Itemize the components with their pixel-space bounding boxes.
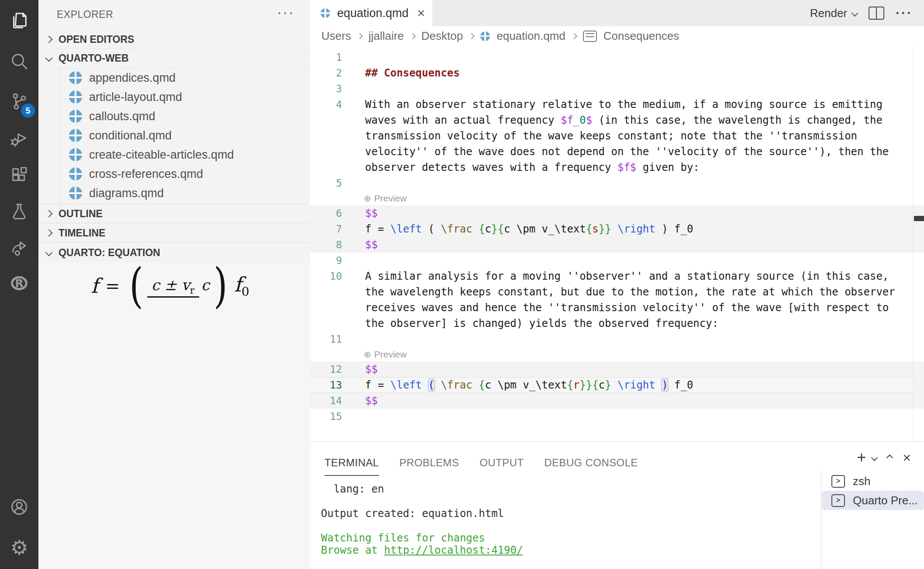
editor-line-6[interactable]: 6$$ <box>310 205 924 221</box>
section-timeline[interactable]: TIMELINE <box>38 223 310 243</box>
line-number <box>310 316 342 331</box>
editor-wrapped-line[interactable]: observer detects waves with a frequency … <box>310 160 924 175</box>
editor-line-3[interactable]: 3 <box>310 81 924 97</box>
quarto-file-icon <box>69 71 82 84</box>
testing-icon[interactable] <box>0 192 38 231</box>
line-number: 3 <box>310 81 342 97</box>
terminal-line: Output created: equation.html <box>321 507 523 520</box>
file-item-article-layout-qmd[interactable]: article-layout.qmd <box>38 87 310 107</box>
run-debug-icon[interactable] <box>0 118 38 158</box>
panel-tab-problems[interactable]: PROBLEMS <box>400 457 459 476</box>
tab-equation-qmd[interactable]: equation.qmd × <box>310 0 432 26</box>
line-number <box>310 144 342 160</box>
terminal-dropdown-icon[interactable] <box>871 454 878 461</box>
editor-line-7[interactable]: 7f = \left ( \frac {c}{c \pm v_\text{s}}… <box>310 221 924 237</box>
editor-wrapped-line[interactable]: the observer] is changed) yields the obs… <box>310 316 924 331</box>
code-token: $ <box>586 114 592 126</box>
terminal-text: Watching files for changes <box>321 532 485 544</box>
code-token: \right <box>617 379 655 391</box>
file-item-cross-references-qmd[interactable]: cross-references.qmd <box>38 164 310 184</box>
section-outline[interactable]: OUTLINE <box>38 204 310 223</box>
publish-icon[interactable] <box>0 228 38 267</box>
settings-icon[interactable]: ⚙ <box>0 528 38 567</box>
preview-code-lens[interactable]: ⊕Preview <box>310 347 924 361</box>
breadcrumb-item[interactable]: Desktop <box>421 29 463 43</box>
section-open-editors[interactable]: OPEN EDITORS <box>38 31 310 49</box>
breadcrumb-item[interactable]: Users <box>321 29 351 43</box>
editor-wrapped-line[interactable]: waves with an actual frequency $f_0$ (in… <box>310 112 924 128</box>
editor-line-10[interactable]: 10A similar analysis for a moving ''obse… <box>310 268 924 284</box>
account-icon[interactable] <box>0 487 38 527</box>
panel-tab-output[interactable]: OUTPUT <box>479 457 524 476</box>
breadcrumb-item[interactable]: jjallaire <box>369 29 404 43</box>
code-token: } <box>599 223 605 235</box>
preview-code-lens[interactable]: ⊕Preview <box>310 191 924 205</box>
file-item-conditional-qmd[interactable]: conditional.qmd <box>38 126 310 145</box>
terminal-name: zsh <box>853 475 870 488</box>
editor-line-4[interactable]: 4With an observer stationary relative to… <box>310 97 924 112</box>
terminal-output[interactable]: lang: en Output created: equation.html W… <box>321 483 523 556</box>
editor-line-12[interactable]: 12$$ <box>310 361 924 377</box>
file-item-diagrams-qmd[interactable]: diagrams.qmd <box>38 184 310 203</box>
line-content: observer detects waves with a frequency … <box>342 160 700 175</box>
code-token: receives waves and hence the ''transmiss… <box>365 302 889 314</box>
explorer-icon[interactable] <box>0 1 38 40</box>
terminal-list-item-quarto-pre-[interactable]: >Quarto Pre... <box>822 491 924 510</box>
sidebar-title: EXPLORER <box>57 9 113 21</box>
panel-tab-terminal[interactable]: TERMINAL <box>324 457 379 476</box>
terminal-link[interactable]: http://localhost:4190/ <box>384 544 523 556</box>
breadcrumb-item[interactable]: equation.qmd <box>496 29 565 43</box>
new-terminal-icon[interactable]: + <box>857 450 866 465</box>
split-editor-icon[interactable] <box>869 7 884 20</box>
line-number <box>310 128 342 144</box>
quarto-file-icon <box>69 129 82 142</box>
explorer-more-actions-button[interactable]: ··· <box>277 3 294 21</box>
file-item-appendices-qmd[interactable]: appendices.qmd <box>38 68 310 87</box>
close-panel-icon[interactable]: × <box>903 451 911 465</box>
code-token: ) <box>662 379 668 391</box>
editor-wrapped-line[interactable]: transmission velocity of the wave keeps … <box>310 128 924 144</box>
editor-wrapped-line[interactable]: the wavelength keeps constant, but due t… <box>310 284 924 300</box>
source-control-icon[interactable]: 5 <box>0 82 38 121</box>
code-token <box>611 223 617 235</box>
r-lang-icon[interactable]: R <box>0 264 38 303</box>
code-token: } <box>491 223 497 235</box>
terminal-list-item-zsh[interactable]: >zsh <box>822 472 924 491</box>
file-item-create-citeable-articles-qmd[interactable]: create-citeable-articles.qmd <box>38 145 310 164</box>
terminal-list-divider[interactable] <box>821 471 821 569</box>
section-quarto-equation[interactable]: QUARTO: EQUATION <box>38 242 310 263</box>
panel-tab-debug-console[interactable]: DEBUG CONSOLE <box>544 457 638 476</box>
line-content: $$ <box>342 393 378 409</box>
editor-wrapped-line[interactable]: receives waves and hence the ''transmiss… <box>310 300 924 316</box>
editor-line-14[interactable]: 14$$ <box>310 393 924 409</box>
extensions-icon[interactable] <box>0 155 38 194</box>
maximize-panel-icon[interactable] <box>886 454 893 461</box>
code-token: c <box>485 223 491 235</box>
editor-wrapped-line[interactable]: velocity'' of the wave does not depend o… <box>310 144 924 160</box>
editor-line-5[interactable]: 5 <box>310 175 924 191</box>
chevron-down-icon <box>852 10 858 17</box>
editor-line-13[interactable]: 13f = \left ( \frac {c \pm v_\text{r}}{c… <box>310 377 924 393</box>
line-content: receives waves and hence the ''transmiss… <box>342 300 889 316</box>
chevron-down-icon <box>45 249 53 257</box>
editor-line-11[interactable]: 11 <box>310 331 924 347</box>
editor-line-2[interactable]: 2## Consequences <box>310 65 924 81</box>
file-item-callouts-qmd[interactable]: callouts.qmd <box>38 107 310 126</box>
code-token: \right <box>617 223 655 235</box>
code-editor[interactable]: 12## Consequences34With an observer stat… <box>310 46 924 445</box>
more-actions-icon[interactable]: ··· <box>896 6 913 21</box>
code-token: waves with an actual frequency <box>365 114 561 126</box>
editor-line-15[interactable]: 15 <box>310 409 924 424</box>
section-workspace-quarto-web[interactable]: QUARTO-WEB <box>38 48 310 69</box>
render-button[interactable]: Render <box>810 7 857 20</box>
code-token: \left <box>390 379 422 391</box>
code-token: { <box>497 223 503 235</box>
editor-line-9[interactable]: 9 <box>310 253 924 268</box>
editor-line-8[interactable]: 8$$ <box>310 237 924 253</box>
search-icon[interactable] <box>0 42 38 81</box>
editor-line-1[interactable]: 1 <box>310 49 924 65</box>
breadcrumb-item[interactable]: Consequences <box>603 29 679 43</box>
tab-close-icon[interactable]: × <box>417 7 425 20</box>
equation-rhs: f0 <box>234 273 249 299</box>
code-token: observer detects waves with a frequency <box>365 161 617 173</box>
